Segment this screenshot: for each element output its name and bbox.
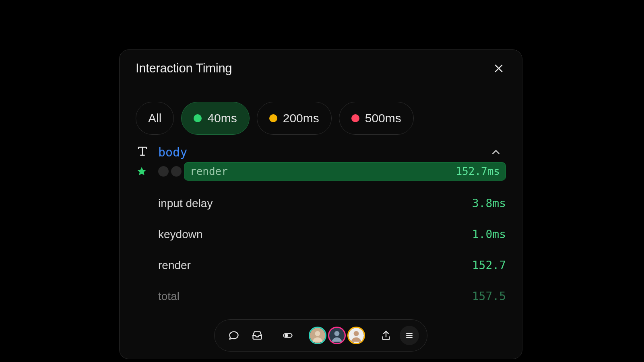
avatar[interactable] [347, 327, 365, 344]
svg-point-9 [354, 331, 359, 336]
status-dot-green [194, 114, 202, 122]
person-icon [310, 328, 325, 343]
metrics-list: input delay 3.8ms keydown 1.0ms render 1… [120, 181, 522, 312]
timing-entry: body render 152.7ms [120, 135, 522, 181]
filter-chip-500ms[interactable]: 500ms [339, 102, 414, 135]
metric-value: 1.0ms [472, 228, 506, 241]
share-button[interactable] [376, 326, 396, 345]
render-bar[interactable]: render 152.7ms [184, 162, 506, 181]
share-icon [380, 330, 392, 341]
inbox-icon [252, 330, 263, 341]
toolbar-group-actions [372, 326, 423, 345]
bar-track: render 152.7ms [158, 162, 506, 181]
toolbar-group-comm [220, 326, 271, 345]
metric-label: render [158, 259, 191, 272]
star-column [136, 166, 158, 177]
metric-value: 157.5 [472, 290, 506, 303]
render-bar-label: render [190, 165, 228, 177]
render-bar-value: 152.7ms [456, 165, 500, 177]
filter-chip-40ms[interactable]: 40ms [181, 102, 249, 135]
element-name[interactable]: body [158, 145, 490, 159]
more-menu-button[interactable] [400, 326, 419, 345]
eye-toggle-icon [282, 330, 293, 341]
type-column [136, 144, 158, 160]
filter-chip-all[interactable]: All [136, 102, 174, 135]
close-button[interactable] [491, 61, 506, 76]
filter-chip-label: 200ms [283, 111, 319, 125]
svg-point-7 [334, 331, 340, 336]
avatar[interactable] [309, 327, 326, 344]
chevron-up-icon[interactable] [490, 146, 502, 158]
metric-label: keydown [158, 228, 203, 241]
comment-button[interactable] [224, 326, 244, 345]
filter-chip-label: 500ms [365, 111, 401, 125]
metric-value: 152.7 [472, 259, 506, 272]
filter-row: All 40ms 200ms 500ms [120, 87, 522, 135]
metric-label: total [158, 290, 180, 303]
metric-row-total: total 157.5 [158, 281, 506, 312]
status-dot-red [351, 114, 359, 122]
entry-header: body [136, 144, 506, 160]
visibility-toggle-button[interactable] [278, 326, 297, 345]
svg-point-5 [315, 331, 320, 336]
text-type-icon [136, 144, 149, 158]
close-icon [493, 63, 504, 74]
avatar[interactable] [328, 327, 346, 344]
inbox-button[interactable] [248, 326, 267, 345]
hamburger-icon [405, 331, 414, 340]
metric-row-render: render 152.7 [158, 250, 506, 281]
filter-chip-label: 40ms [207, 111, 237, 125]
metric-value: 3.8ms [472, 197, 506, 210]
bar-prefix-dot [158, 166, 169, 177]
metric-label: input delay [158, 197, 213, 210]
floating-toolbar [214, 319, 427, 352]
bar-prefix-dot [171, 166, 182, 177]
svg-point-3 [285, 334, 288, 337]
status-dot-yellow [269, 114, 277, 122]
star-icon[interactable] [136, 166, 147, 177]
person-icon [349, 328, 364, 343]
panel-title: Interaction Timing [136, 61, 232, 76]
panel-header: Interaction Timing [120, 50, 522, 87]
person-icon [329, 328, 345, 343]
chat-bubble-icon [228, 330, 239, 341]
metric-row-keydown: keydown 1.0ms [158, 219, 506, 250]
toolbar-group-avatars [305, 327, 369, 344]
filter-chip-label: All [148, 111, 161, 125]
entry-bar-row: render 152.7ms [136, 162, 506, 181]
toolbar-group-view [274, 326, 301, 345]
interaction-timing-panel: Interaction Timing All 40ms 200ms 500ms [119, 49, 522, 359]
filter-chip-200ms[interactable]: 200ms [257, 102, 332, 135]
metric-row-input-delay: input delay 3.8ms [158, 188, 506, 219]
